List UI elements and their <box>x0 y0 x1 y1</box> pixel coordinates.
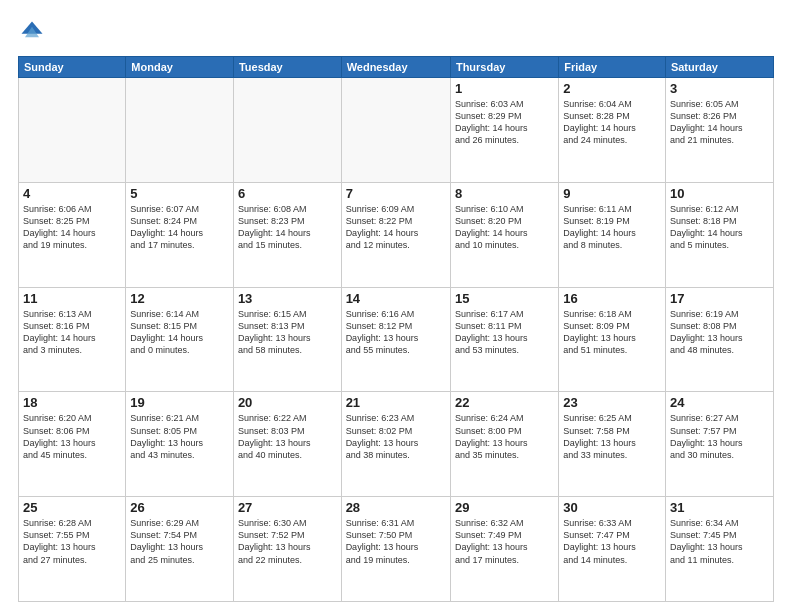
calendar-cell: 17Sunrise: 6:19 AM Sunset: 8:08 PM Dayli… <box>665 287 773 392</box>
day-number: 25 <box>23 500 121 515</box>
calendar-cell: 29Sunrise: 6:32 AM Sunset: 7:49 PM Dayli… <box>450 497 558 602</box>
day-info: Sunrise: 6:10 AM Sunset: 8:20 PM Dayligh… <box>455 203 554 252</box>
weekday-header-tuesday: Tuesday <box>233 57 341 78</box>
day-info: Sunrise: 6:29 AM Sunset: 7:54 PM Dayligh… <box>130 517 229 566</box>
day-number: 30 <box>563 500 661 515</box>
day-number: 27 <box>238 500 337 515</box>
calendar-cell: 2Sunrise: 6:04 AM Sunset: 8:28 PM Daylig… <box>559 78 666 183</box>
calendar-cell: 27Sunrise: 6:30 AM Sunset: 7:52 PM Dayli… <box>233 497 341 602</box>
day-number: 31 <box>670 500 769 515</box>
calendar-cell: 5Sunrise: 6:07 AM Sunset: 8:24 PM Daylig… <box>126 182 234 287</box>
logo-icon <box>18 18 46 46</box>
calendar-week-row: 1Sunrise: 6:03 AM Sunset: 8:29 PM Daylig… <box>19 78 774 183</box>
day-info: Sunrise: 6:24 AM Sunset: 8:00 PM Dayligh… <box>455 412 554 461</box>
calendar-cell: 8Sunrise: 6:10 AM Sunset: 8:20 PM Daylig… <box>450 182 558 287</box>
weekday-header-friday: Friday <box>559 57 666 78</box>
day-info: Sunrise: 6:28 AM Sunset: 7:55 PM Dayligh… <box>23 517 121 566</box>
day-info: Sunrise: 6:13 AM Sunset: 8:16 PM Dayligh… <box>23 308 121 357</box>
day-number: 10 <box>670 186 769 201</box>
weekday-header-sunday: Sunday <box>19 57 126 78</box>
day-info: Sunrise: 6:07 AM Sunset: 8:24 PM Dayligh… <box>130 203 229 252</box>
day-info: Sunrise: 6:14 AM Sunset: 8:15 PM Dayligh… <box>130 308 229 357</box>
calendar-cell: 19Sunrise: 6:21 AM Sunset: 8:05 PM Dayli… <box>126 392 234 497</box>
calendar-week-row: 4Sunrise: 6:06 AM Sunset: 8:25 PM Daylig… <box>19 182 774 287</box>
day-info: Sunrise: 6:31 AM Sunset: 7:50 PM Dayligh… <box>346 517 446 566</box>
day-number: 29 <box>455 500 554 515</box>
day-number: 5 <box>130 186 229 201</box>
day-info: Sunrise: 6:17 AM Sunset: 8:11 PM Dayligh… <box>455 308 554 357</box>
weekday-header-wednesday: Wednesday <box>341 57 450 78</box>
calendar-week-row: 18Sunrise: 6:20 AM Sunset: 8:06 PM Dayli… <box>19 392 774 497</box>
day-info: Sunrise: 6:05 AM Sunset: 8:26 PM Dayligh… <box>670 98 769 147</box>
day-info: Sunrise: 6:33 AM Sunset: 7:47 PM Dayligh… <box>563 517 661 566</box>
day-number: 20 <box>238 395 337 410</box>
calendar-cell: 26Sunrise: 6:29 AM Sunset: 7:54 PM Dayli… <box>126 497 234 602</box>
page: SundayMondayTuesdayWednesdayThursdayFrid… <box>0 0 792 612</box>
day-number: 4 <box>23 186 121 201</box>
day-number: 24 <box>670 395 769 410</box>
day-number: 16 <box>563 291 661 306</box>
day-info: Sunrise: 6:15 AM Sunset: 8:13 PM Dayligh… <box>238 308 337 357</box>
calendar-week-row: 25Sunrise: 6:28 AM Sunset: 7:55 PM Dayli… <box>19 497 774 602</box>
day-number: 14 <box>346 291 446 306</box>
day-info: Sunrise: 6:03 AM Sunset: 8:29 PM Dayligh… <box>455 98 554 147</box>
calendar-cell: 14Sunrise: 6:16 AM Sunset: 8:12 PM Dayli… <box>341 287 450 392</box>
calendar-cell: 6Sunrise: 6:08 AM Sunset: 8:23 PM Daylig… <box>233 182 341 287</box>
day-number: 1 <box>455 81 554 96</box>
calendar-cell: 23Sunrise: 6:25 AM Sunset: 7:58 PM Dayli… <box>559 392 666 497</box>
day-number: 15 <box>455 291 554 306</box>
weekday-header-monday: Monday <box>126 57 234 78</box>
calendar-cell: 3Sunrise: 6:05 AM Sunset: 8:26 PM Daylig… <box>665 78 773 183</box>
calendar-cell: 20Sunrise: 6:22 AM Sunset: 8:03 PM Dayli… <box>233 392 341 497</box>
day-info: Sunrise: 6:18 AM Sunset: 8:09 PM Dayligh… <box>563 308 661 357</box>
day-number: 28 <box>346 500 446 515</box>
calendar-cell: 21Sunrise: 6:23 AM Sunset: 8:02 PM Dayli… <box>341 392 450 497</box>
calendar-cell <box>341 78 450 183</box>
calendar-cell <box>233 78 341 183</box>
calendar-cell: 22Sunrise: 6:24 AM Sunset: 8:00 PM Dayli… <box>450 392 558 497</box>
calendar-cell: 25Sunrise: 6:28 AM Sunset: 7:55 PM Dayli… <box>19 497 126 602</box>
calendar: SundayMondayTuesdayWednesdayThursdayFrid… <box>18 56 774 602</box>
day-info: Sunrise: 6:06 AM Sunset: 8:25 PM Dayligh… <box>23 203 121 252</box>
day-info: Sunrise: 6:25 AM Sunset: 7:58 PM Dayligh… <box>563 412 661 461</box>
day-number: 21 <box>346 395 446 410</box>
calendar-cell: 12Sunrise: 6:14 AM Sunset: 8:15 PM Dayli… <box>126 287 234 392</box>
calendar-cell <box>126 78 234 183</box>
day-info: Sunrise: 6:09 AM Sunset: 8:22 PM Dayligh… <box>346 203 446 252</box>
day-number: 11 <box>23 291 121 306</box>
day-number: 18 <box>23 395 121 410</box>
day-number: 9 <box>563 186 661 201</box>
day-number: 12 <box>130 291 229 306</box>
day-info: Sunrise: 6:16 AM Sunset: 8:12 PM Dayligh… <box>346 308 446 357</box>
day-info: Sunrise: 6:32 AM Sunset: 7:49 PM Dayligh… <box>455 517 554 566</box>
weekday-header-thursday: Thursday <box>450 57 558 78</box>
calendar-week-row: 11Sunrise: 6:13 AM Sunset: 8:16 PM Dayli… <box>19 287 774 392</box>
day-number: 2 <box>563 81 661 96</box>
calendar-cell: 15Sunrise: 6:17 AM Sunset: 8:11 PM Dayli… <box>450 287 558 392</box>
day-info: Sunrise: 6:19 AM Sunset: 8:08 PM Dayligh… <box>670 308 769 357</box>
calendar-cell: 24Sunrise: 6:27 AM Sunset: 7:57 PM Dayli… <box>665 392 773 497</box>
calendar-cell: 4Sunrise: 6:06 AM Sunset: 8:25 PM Daylig… <box>19 182 126 287</box>
calendar-cell: 28Sunrise: 6:31 AM Sunset: 7:50 PM Dayli… <box>341 497 450 602</box>
day-number: 22 <box>455 395 554 410</box>
weekday-header-saturday: Saturday <box>665 57 773 78</box>
calendar-cell: 10Sunrise: 6:12 AM Sunset: 8:18 PM Dayli… <box>665 182 773 287</box>
day-number: 26 <box>130 500 229 515</box>
calendar-cell <box>19 78 126 183</box>
logo <box>18 18 50 46</box>
calendar-cell: 7Sunrise: 6:09 AM Sunset: 8:22 PM Daylig… <box>341 182 450 287</box>
day-number: 17 <box>670 291 769 306</box>
calendar-cell: 9Sunrise: 6:11 AM Sunset: 8:19 PM Daylig… <box>559 182 666 287</box>
day-number: 19 <box>130 395 229 410</box>
day-info: Sunrise: 6:21 AM Sunset: 8:05 PM Dayligh… <box>130 412 229 461</box>
day-number: 3 <box>670 81 769 96</box>
day-info: Sunrise: 6:30 AM Sunset: 7:52 PM Dayligh… <box>238 517 337 566</box>
day-number: 7 <box>346 186 446 201</box>
day-info: Sunrise: 6:34 AM Sunset: 7:45 PM Dayligh… <box>670 517 769 566</box>
day-info: Sunrise: 6:20 AM Sunset: 8:06 PM Dayligh… <box>23 412 121 461</box>
day-info: Sunrise: 6:08 AM Sunset: 8:23 PM Dayligh… <box>238 203 337 252</box>
calendar-cell: 16Sunrise: 6:18 AM Sunset: 8:09 PM Dayli… <box>559 287 666 392</box>
day-number: 13 <box>238 291 337 306</box>
calendar-cell: 30Sunrise: 6:33 AM Sunset: 7:47 PM Dayli… <box>559 497 666 602</box>
calendar-cell: 31Sunrise: 6:34 AM Sunset: 7:45 PM Dayli… <box>665 497 773 602</box>
